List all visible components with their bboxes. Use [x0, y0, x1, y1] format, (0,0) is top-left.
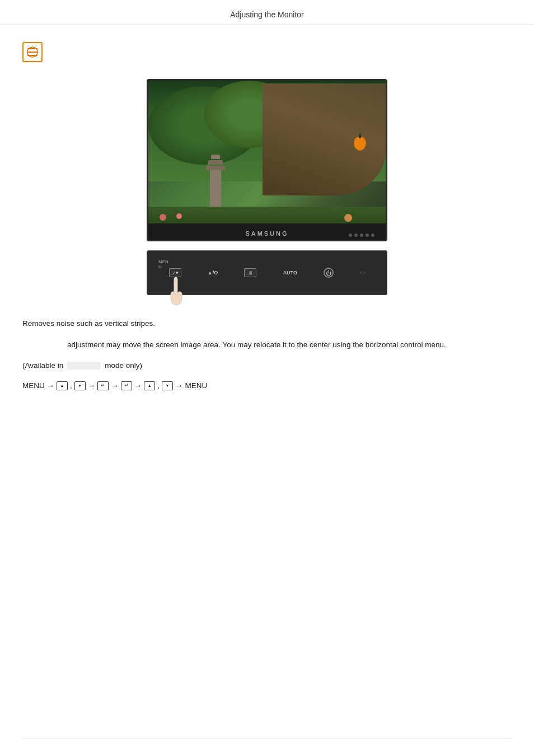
garden-scene	[148, 81, 386, 223]
btn-text-6: —	[360, 270, 365, 276]
coarse-tune-icon	[22, 42, 43, 62]
nav-enter-1	[97, 381, 109, 390]
available-line: (Available in mode only)	[22, 360, 512, 372]
monitor-dot-1	[349, 234, 352, 237]
menu-text: MENU →	[22, 380, 54, 392]
nav-arrow-up-2	[144, 381, 155, 390]
btn-bar-item-2: ▲/O	[208, 270, 218, 276]
nav-arrow-down-1	[74, 381, 86, 390]
content-area: Removes noise such as vertical stripes. …	[0, 306, 534, 412]
bottom-border	[22, 739, 512, 739]
monitor-dot-4	[366, 234, 369, 237]
monitor-bezel-bottom: SAMSUNG	[148, 223, 386, 241]
available-suffix: mode only)	[105, 360, 142, 372]
page-title: Adjusting the Monitor	[230, 10, 304, 19]
svg-rect-1	[27, 52, 38, 53]
nav-arrow-down-2	[162, 381, 173, 390]
menu-nav-line: MENU → , → → → , → MENU	[22, 380, 512, 392]
monitor-controls-bar	[349, 234, 374, 237]
mode-blank	[67, 362, 101, 370]
coarse-icon-svg	[26, 45, 39, 59]
arrow-4: →	[175, 380, 183, 392]
power-icon: ⏻	[324, 268, 334, 278]
monitor-section: SAMSUNG MENU □/▼ ▲/O	[0, 73, 534, 306]
btn-text-4: AUTO	[283, 270, 297, 276]
btn-bar-item-5: ⏻	[324, 268, 334, 278]
arrow-1: →	[88, 380, 96, 392]
samsung-logo: SAMSUNG	[245, 230, 288, 237]
hand-cursor-svg	[163, 276, 191, 307]
paragraph-2-text: adjustment may move the screen image are…	[67, 340, 446, 349]
monitor-display: SAMSUNG	[147, 79, 387, 241]
monitor-screen	[148, 81, 386, 223]
nav-enter-2	[121, 381, 132, 390]
available-prefix: (Available in	[22, 360, 63, 372]
monitor-dot-2	[354, 234, 358, 237]
comma-1: ,	[70, 380, 72, 392]
btn-bar-item-4: AUTO	[283, 270, 297, 276]
hand-cursor	[163, 276, 191, 309]
nav-arrow-up-1	[57, 381, 68, 390]
arrow-3: →	[134, 380, 142, 392]
button-bar: MENU □/▼ ▲/O ⊞ AUTO	[147, 250, 387, 295]
btn-icon-3: ⊞	[244, 268, 256, 277]
page-header: Adjusting the Monitor	[0, 0, 534, 25]
comma-2: ,	[157, 380, 160, 392]
monitor-dot-5	[371, 234, 374, 237]
icon-area	[0, 36, 534, 73]
btn-text-2: ▲/O	[208, 270, 218, 276]
menu-end: MENU	[185, 380, 208, 392]
arrow-2: →	[111, 380, 119, 392]
paragraph-2: adjustment may move the screen image are…	[22, 339, 512, 351]
paragraph-1: Removes noise such as vertical stripes.	[22, 318, 512, 330]
monitor-dot-3	[360, 234, 363, 237]
btn-bar-item-6: —	[360, 270, 365, 276]
menu-label: MENU	[158, 259, 168, 269]
btn-bar-item-3: ⊞	[244, 268, 256, 277]
page-container: Adjusting the Monitor	[0, 0, 534, 756]
